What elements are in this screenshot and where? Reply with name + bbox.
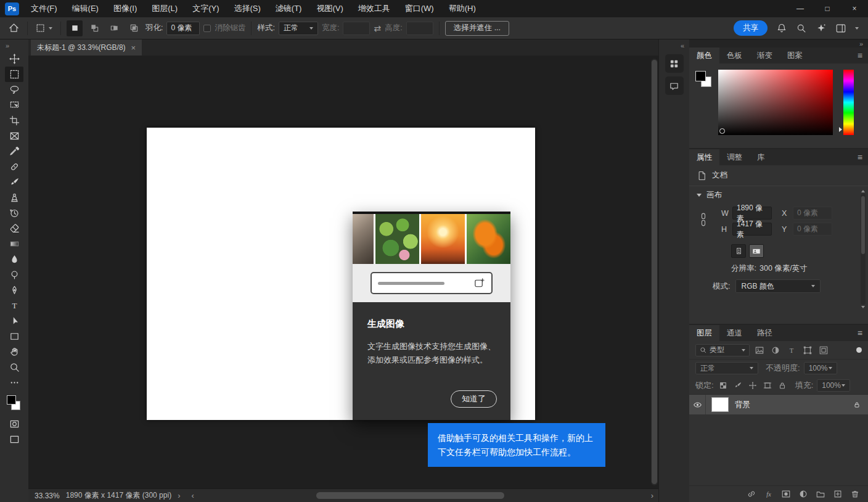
scroll-down-icon[interactable] bbox=[861, 306, 865, 308]
clone-stamp-tool[interactable] bbox=[5, 190, 23, 205]
height-input[interactable] bbox=[406, 22, 433, 35]
home-icon[interactable] bbox=[6, 20, 22, 36]
filter-smart-object-icon[interactable] bbox=[817, 344, 830, 356]
tab-color[interactable]: 颜色 bbox=[689, 47, 719, 64]
rectangle-tool[interactable] bbox=[5, 329, 23, 344]
minimize-icon[interactable]: — bbox=[787, 0, 814, 17]
quick-mask-icon[interactable] bbox=[5, 416, 23, 432]
history-brush-tool[interactable] bbox=[5, 205, 23, 221]
lock-all-icon[interactable] bbox=[777, 380, 788, 391]
tool-preset-picker[interactable] bbox=[33, 23, 55, 33]
lock-transparency-icon[interactable] bbox=[718, 380, 729, 391]
hand-tool[interactable] bbox=[5, 344, 23, 360]
tab-layers[interactable]: 图层 bbox=[689, 325, 719, 341]
filter-image-icon[interactable] bbox=[753, 344, 766, 356]
link-dimensions-icon[interactable] bbox=[700, 212, 707, 228]
eyedropper-tool[interactable] bbox=[5, 144, 23, 159]
pen-tool[interactable] bbox=[5, 282, 23, 298]
subtract-from-selection-icon[interactable] bbox=[106, 20, 122, 36]
fill-select[interactable]: 100% bbox=[817, 379, 850, 392]
new-group-icon[interactable] bbox=[816, 489, 825, 499]
tab-channels[interactable]: 通道 bbox=[719, 325, 750, 341]
comments-panel-icon[interactable] bbox=[665, 76, 684, 95]
horizontal-scrollbar-thumb[interactable] bbox=[316, 492, 504, 499]
blend-mode-select[interactable]: 正常 bbox=[695, 362, 758, 374]
edit-toolbar-icon[interactable] bbox=[5, 375, 23, 390]
lock-pixels-icon[interactable] bbox=[732, 380, 743, 391]
scroll-up-icon[interactable] bbox=[861, 190, 865, 192]
menu-select[interactable]: 选择(S) bbox=[226, 0, 268, 17]
new-selection-icon[interactable] bbox=[67, 20, 83, 36]
antialias-checkbox[interactable] bbox=[203, 25, 211, 32]
menu-image[interactable]: 图像(I) bbox=[106, 0, 144, 17]
add-to-selection-icon[interactable] bbox=[86, 20, 102, 36]
bell-icon[interactable] bbox=[776, 23, 787, 34]
zoom-level[interactable]: 33.33% bbox=[35, 492, 60, 500]
hue-slider-marker[interactable] bbox=[839, 127, 842, 132]
lasso-tool[interactable] bbox=[5, 82, 23, 97]
layer-visibility-toggle[interactable] bbox=[689, 395, 706, 414]
layer-effects-icon[interactable]: fx bbox=[764, 489, 774, 499]
panel-menu-icon[interactable]: ≡ bbox=[852, 149, 868, 165]
dodge-tool[interactable] bbox=[5, 267, 23, 282]
canvas-x-input[interactable]: 0 像素 bbox=[793, 207, 832, 220]
tab-patterns[interactable]: 图案 bbox=[780, 47, 810, 64]
path-selection-tool[interactable] bbox=[5, 313, 23, 329]
hue-slider[interactable] bbox=[843, 70, 854, 135]
type-tool[interactable]: T bbox=[5, 298, 23, 313]
layer-lock-icon[interactable] bbox=[853, 401, 861, 408]
canvas-y-input[interactable]: 0 像素 bbox=[793, 223, 832, 236]
tools-collapse-icon[interactable]: » bbox=[0, 39, 9, 51]
tab-close-icon[interactable]: × bbox=[131, 43, 136, 52]
sparkle-icon[interactable] bbox=[816, 23, 827, 34]
lock-artboard-icon[interactable] bbox=[762, 380, 773, 391]
canvas-section-header[interactable]: 画布 bbox=[689, 186, 868, 204]
select-and-mask-button[interactable]: 选择并遮住 ... bbox=[445, 21, 509, 36]
scrollbar-thumb[interactable] bbox=[861, 196, 865, 254]
tab-libraries[interactable]: 库 bbox=[750, 149, 772, 165]
layer-filter-select[interactable]: 类型 bbox=[695, 344, 750, 356]
eraser-tool[interactable] bbox=[5, 221, 23, 236]
color-field-marker[interactable] bbox=[719, 128, 725, 134]
dock-expand-icon[interactable]: « bbox=[659, 39, 689, 51]
filter-shape-icon[interactable] bbox=[801, 344, 814, 356]
feather-input[interactable] bbox=[166, 22, 200, 35]
canvas-height-input[interactable]: 1417 像素 bbox=[732, 223, 772, 236]
intersect-selection-icon[interactable] bbox=[126, 20, 142, 36]
move-tool[interactable] bbox=[5, 51, 23, 67]
delete-layer-icon[interactable] bbox=[850, 489, 860, 499]
add-layer-mask-icon[interactable] bbox=[781, 489, 791, 499]
foreground-color-swatch[interactable] bbox=[7, 395, 16, 405]
adjustment-layer-icon[interactable] bbox=[798, 489, 808, 499]
vertical-scrollbar-thumb[interactable] bbox=[652, 60, 657, 484]
foreground-background-colors[interactable] bbox=[695, 71, 716, 92]
document-tab[interactable]: 未标题-1 @ 33.3%(RGB/8) × bbox=[31, 39, 142, 56]
filter-adjustment-icon[interactable] bbox=[769, 344, 782, 356]
panel-menu-icon[interactable]: ≡ bbox=[852, 325, 868, 341]
width-input[interactable] bbox=[343, 22, 370, 35]
hscroll-right-icon[interactable]: › bbox=[651, 491, 653, 500]
new-layer-icon[interactable] bbox=[833, 489, 843, 499]
saturation-brightness-field[interactable] bbox=[718, 70, 833, 135]
learn-panel-icon[interactable] bbox=[665, 54, 684, 73]
share-button[interactable]: 共享 bbox=[734, 20, 768, 36]
crop-tool[interactable] bbox=[5, 113, 23, 128]
menu-type[interactable]: 文字(Y) bbox=[185, 0, 226, 17]
dock-collapse-icon[interactable]: » bbox=[859, 40, 862, 47]
opacity-select[interactable]: 100% bbox=[804, 362, 837, 374]
menu-filter[interactable]: 滤镜(T) bbox=[268, 0, 309, 17]
menu-layer[interactable]: 图层(L) bbox=[144, 0, 185, 17]
menu-window[interactable]: 窗口(W) bbox=[398, 0, 441, 17]
landscape-orientation-icon[interactable] bbox=[749, 244, 764, 258]
chevron-down-icon[interactable] bbox=[855, 27, 859, 30]
tab-properties[interactable]: 属性 bbox=[689, 149, 719, 165]
menu-plugins[interactable]: 增效工具 bbox=[351, 0, 398, 17]
frame-tool[interactable] bbox=[5, 128, 23, 144]
object-selection-tool[interactable] bbox=[5, 97, 23, 113]
foreground-color-swatch[interactable] bbox=[695, 71, 706, 81]
vertical-scrollbar[interactable] bbox=[651, 59, 658, 485]
properties-scrollbar[interactable] bbox=[859, 190, 867, 308]
tab-adjustments[interactable]: 调整 bbox=[719, 149, 750, 165]
rectangular-marquee-tool[interactable] bbox=[5, 67, 23, 82]
filter-toggle-icon[interactable] bbox=[856, 347, 862, 353]
